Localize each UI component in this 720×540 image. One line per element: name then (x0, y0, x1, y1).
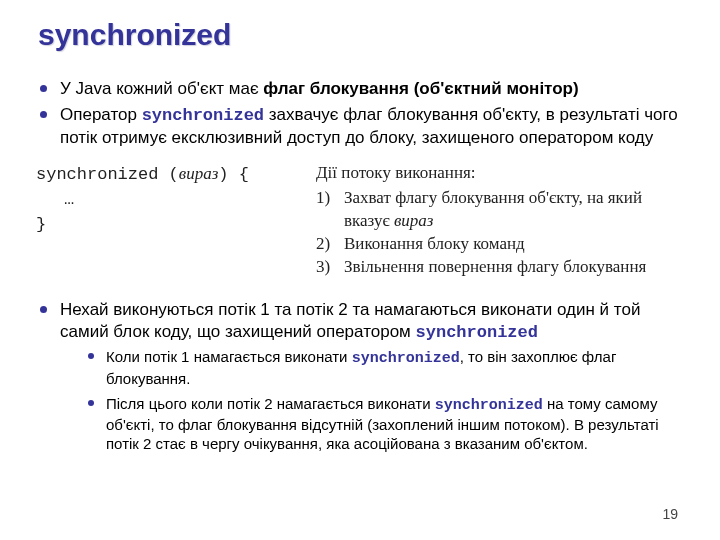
exec-step-3-txt-a: Звільнення повернення флагу блокування (344, 257, 646, 276)
code-example: synchronized (вираз) { … } (36, 162, 316, 279)
bullet-list-2: Нехай виконуються потік 1 та потік 2 та … (38, 299, 682, 453)
exec-step-2-txt-a: Виконання блоку команд (344, 234, 525, 253)
bullet-3-pre: Нехай виконуються потік 1 та потік 2 та … (60, 300, 640, 341)
exec-step-3-text: Звільнення повернення флагу блокування (344, 256, 682, 279)
bullet-1: У Java кожний об'єкт має флаг блокування… (38, 78, 682, 100)
exec-step-1-num: 1) (316, 187, 344, 233)
bullet-2: Оператор synchronized захвачує флаг блок… (38, 104, 682, 149)
sub-1-keyword: synchronized (352, 350, 460, 367)
sub-2-pre: Після цього коли потік 2 намагається вик… (106, 395, 435, 412)
exec-step-2-text: Виконання блоку команд (344, 233, 682, 256)
exec-step-1-text: Захват флагу блокування об'єкту, на який… (344, 187, 682, 233)
sub-list: Коли потік 1 намагається виконати synchr… (60, 347, 682, 453)
execution-steps: Дії потоку виконання: 1) Захват флагу бл… (316, 162, 682, 279)
exec-step-3-num: 3) (316, 256, 344, 279)
exec-step-1-txt-i: вираз (394, 211, 434, 230)
bullet-1-text: У Java кожний об'єкт має (60, 79, 263, 98)
bullet-1-bold: флаг блокування (об'єктний монітор) (263, 79, 578, 98)
exec-step-1-txt-a: Захват флагу блокування об'єкту, на який… (344, 188, 642, 230)
code-expr: вираз (179, 164, 219, 183)
sub-1-pre: Коли потік 1 намагається виконати (106, 348, 352, 365)
code-keyword: synchronized (36, 165, 158, 184)
exec-step-2-num: 2) (316, 233, 344, 256)
bullet-2-pre: Оператор (60, 105, 142, 124)
code-line-2: … (36, 188, 316, 213)
code-paren-open: ( (158, 165, 178, 184)
code-line-1: synchronized (вираз) { (36, 162, 316, 188)
exec-step-3: 3) Звільнення повернення флагу блокуванн… (316, 256, 682, 279)
middle-columns: synchronized (вираз) { … } Дії потоку ви… (36, 162, 682, 279)
bullet-3: Нехай виконуються потік 1 та потік 2 та … (38, 299, 682, 453)
exec-header: Дії потоку виконання: (316, 162, 682, 185)
exec-step-2: 2) Виконання блоку команд (316, 233, 682, 256)
bullet-list: У Java кожний об'єкт має флаг блокування… (38, 78, 682, 148)
sub-2-keyword: synchronized (435, 397, 543, 414)
slide-title: synchronized (38, 18, 682, 52)
sub-bullet-1: Коли потік 1 намагається виконати synchr… (86, 347, 682, 387)
sub-bullet-2: Після цього коли потік 2 намагається вик… (86, 394, 682, 454)
page-number: 19 (662, 506, 678, 522)
bullet-2-keyword: synchronized (142, 106, 264, 125)
bullet-3-keyword: synchronized (416, 323, 538, 342)
slide: synchronized У Java кожний об'єкт має фл… (0, 0, 720, 540)
code-line-3: } (36, 213, 316, 238)
exec-step-1: 1) Захват флагу блокування об'єкту, на я… (316, 187, 682, 233)
code-paren-close: ) { (218, 165, 249, 184)
